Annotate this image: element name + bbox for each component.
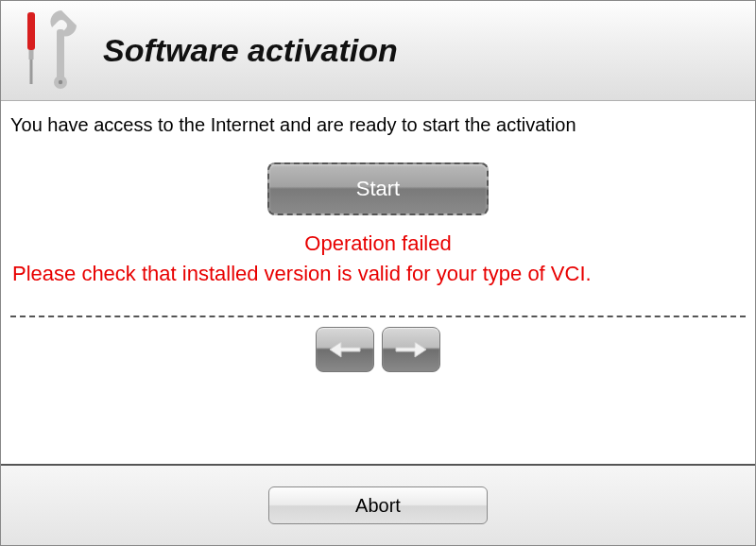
screwdriver-wrench-icon (12, 9, 80, 94)
intro-text: You have access to the Internet and are … (10, 114, 746, 136)
start-button[interactable]: Start (267, 162, 489, 215)
arrow-left-icon (328, 338, 362, 361)
abort-button[interactable]: Abort (268, 486, 488, 524)
footer-bar: Abort (1, 464, 755, 545)
error-line-2: Please check that installed version is v… (10, 259, 746, 289)
svg-rect-0 (27, 12, 35, 50)
error-line-1: Operation failed (10, 229, 746, 259)
svg-rect-3 (57, 29, 64, 78)
activation-window: Software activation You have access to t… (0, 0, 756, 546)
header-bar: Software activation (1, 1, 755, 101)
nav-row (10, 327, 746, 372)
svg-rect-1 (29, 50, 34, 60)
section-divider (10, 316, 746, 317)
back-button[interactable] (316, 327, 374, 372)
start-row: Start (10, 162, 746, 215)
svg-rect-2 (30, 60, 33, 84)
svg-point-5 (59, 79, 62, 83)
error-message: Operation failed Please check that insta… (10, 229, 746, 289)
arrow-right-icon (394, 338, 428, 361)
forward-button[interactable] (382, 327, 440, 372)
page-title: Software activation (103, 32, 398, 69)
content-area: You have access to the Internet and are … (1, 101, 755, 464)
